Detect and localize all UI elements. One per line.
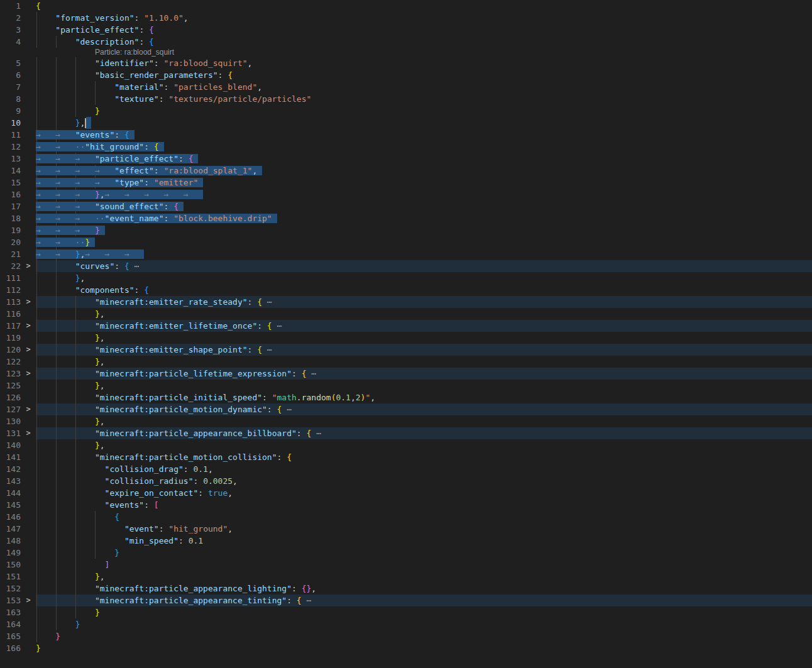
code-line[interactable]: 150 ]: [0, 559, 812, 571]
code-line[interactable]: 18→ → → ··"event_name": "block.beehive.d…: [0, 212, 812, 224]
code-line[interactable]: 143 "collision_radius": 0.0025,: [0, 475, 812, 487]
line-number[interactable]: 9: [0, 105, 21, 117]
line-number[interactable]: 131: [0, 427, 21, 439]
code-line[interactable]: 148 "min_speed": 0.1: [0, 535, 812, 547]
code-line[interactable]: 153> "minecraft:particle_appearance_tint…: [0, 594, 812, 606]
fold-chevron-icon[interactable]: >: [21, 296, 36, 308]
code-line[interactable]: 166}: [0, 642, 812, 654]
code-line[interactable]: 6 "basic_render_parameters": {: [0, 69, 812, 81]
code-line[interactable]: 9 }: [0, 105, 812, 117]
line-number[interactable]: 163: [0, 606, 21, 618]
line-number[interactable]: 148: [0, 535, 21, 547]
code-line[interactable]: 146 {: [0, 511, 812, 523]
code-line[interactable]: 8 "texture": "textures/particle/particle…: [0, 93, 812, 105]
code-line[interactable]: 147 "event": "hit_ground",: [0, 523, 812, 535]
code-line[interactable]: 141 "minecraft:particle_motion_collision…: [0, 451, 812, 463]
line-number[interactable]: 122: [0, 356, 21, 368]
code-line[interactable]: 111 },: [0, 272, 812, 284]
line-number[interactable]: 147: [0, 523, 21, 535]
line-number[interactable]: 144: [0, 487, 21, 499]
code-line[interactable]: 7 "material": "particles_blend",: [0, 81, 812, 93]
line-number[interactable]: 143: [0, 475, 21, 487]
code-line[interactable]: 120> "minecraft:emitter_shape_point": { …: [0, 344, 812, 356]
code-line[interactable]: 119 },: [0, 332, 812, 344]
line-number[interactable]: 127: [0, 403, 21, 415]
line-number[interactable]: 117: [0, 320, 21, 332]
line-number[interactable]: 4: [0, 36, 21, 48]
line-number[interactable]: 21: [0, 248, 21, 260]
code-line[interactable]: 113> "minecraft:emitter_rate_steady": { …: [0, 296, 812, 308]
code-line[interactable]: 164 }: [0, 618, 812, 630]
line-number[interactable]: 151: [0, 571, 21, 583]
fold-chevron-icon[interactable]: >: [21, 427, 36, 439]
code-line[interactable]: 163 }: [0, 606, 812, 618]
code-line[interactable]: 19→ → → }: [0, 224, 812, 236]
line-number[interactable]: 120: [0, 344, 21, 356]
code-line[interactable]: 152 "minecraft:particle_appearance_light…: [0, 583, 812, 594]
code-line[interactable]: 21→ → },→ → →: [0, 248, 812, 260]
line-number[interactable]: 166: [0, 642, 21, 654]
line-number[interactable]: 8: [0, 93, 21, 105]
code-line[interactable]: 123> "minecraft:particle_lifetime_expres…: [0, 368, 812, 380]
fold-chevron-icon[interactable]: >: [21, 320, 36, 332]
line-number[interactable]: 153: [0, 594, 21, 606]
line-number[interactable]: 119: [0, 332, 21, 344]
line-number[interactable]: 116: [0, 308, 21, 320]
line-number[interactable]: 123: [0, 368, 21, 380]
code-line[interactable]: 1{: [0, 0, 812, 12]
code-line[interactable]: 3 "particle_effect": {: [0, 24, 812, 36]
code-line[interactable]: 13→ → → "particle_effect": {: [0, 153, 812, 165]
line-number[interactable]: 126: [0, 391, 21, 403]
code-editor[interactable]: 1{2 "format_version": "1.10.0",3 "partic…: [0, 0, 812, 668]
line-number[interactable]: 15: [0, 177, 21, 189]
code-line[interactable]: 145 "events": [: [0, 499, 812, 511]
fold-chevron-icon[interactable]: >: [21, 368, 36, 380]
line-number[interactable]: 145: [0, 499, 21, 511]
code-line[interactable]: 151 },: [0, 571, 812, 583]
line-number[interactable]: 125: [0, 380, 21, 391]
line-number[interactable]: 5: [0, 57, 21, 69]
code-line[interactable]: 144 "expire_on_contact": true,: [0, 487, 812, 499]
code-line[interactable]: 130 },: [0, 415, 812, 427]
line-number[interactable]: 112: [0, 284, 21, 296]
line-number[interactable]: 18: [0, 212, 21, 224]
code-line[interactable]: 140 },: [0, 439, 812, 451]
line-number[interactable]: 7: [0, 81, 21, 93]
code-line[interactable]: 2 "format_version": "1.10.0",: [0, 12, 812, 24]
code-line[interactable]: 15→ → → → "type": "emitter": [0, 177, 812, 189]
line-number[interactable]: 11: [0, 129, 21, 141]
fold-chevron-icon[interactable]: >: [21, 344, 36, 356]
code-line[interactable]: 142 "collision_drag": 0.1,: [0, 463, 812, 475]
line-number[interactable]: 164: [0, 618, 21, 630]
code-line[interactable]: 122 },: [0, 356, 812, 368]
line-number[interactable]: 111: [0, 272, 21, 284]
code-line[interactable]: 14→ → → → "effect": "ra:blood_splat_1",: [0, 165, 812, 177]
line-number[interactable]: 140: [0, 439, 21, 451]
line-number[interactable]: 13: [0, 153, 21, 165]
code-line[interactable]: 16→ → → },→ → → → →: [0, 189, 812, 200]
code-line[interactable]: 126 "minecraft:particle_initial_speed": …: [0, 391, 812, 403]
fold-chevron-icon[interactable]: >: [21, 403, 36, 415]
line-number[interactable]: 2: [0, 12, 21, 24]
code-line[interactable]: 149 }: [0, 547, 812, 559]
line-number[interactable]: 1: [0, 0, 21, 12]
code-line[interactable]: 117> "minecraft:emitter_lifetime_once": …: [0, 320, 812, 332]
code-line[interactable]: 4 "description": {: [0, 36, 812, 48]
line-number[interactable]: 130: [0, 415, 21, 427]
line-number[interactable]: 22: [0, 260, 21, 272]
code-line[interactable]: 22> "curves": { ⋯: [0, 260, 812, 272]
fold-chevron-icon[interactable]: >: [21, 594, 36, 606]
line-number[interactable]: 146: [0, 511, 21, 523]
line-number[interactable]: 152: [0, 583, 21, 594]
code-line[interactable]: 20→ → ··}: [0, 236, 812, 248]
line-number[interactable]: 142: [0, 463, 21, 475]
line-number[interactable]: 16: [0, 189, 21, 200]
code-line[interactable]: 17→ → → "sound_effect": {: [0, 200, 812, 212]
line-number[interactable]: 3: [0, 24, 21, 36]
code-line[interactable]: 12→ → ··"hit_ground": {: [0, 141, 812, 153]
line-number[interactable]: 12: [0, 141, 21, 153]
code-line[interactable]: 112 "components": {: [0, 284, 812, 296]
code-line[interactable]: 116 },: [0, 308, 812, 320]
line-number[interactable]: 19: [0, 224, 21, 236]
line-number[interactable]: 113: [0, 296, 21, 308]
